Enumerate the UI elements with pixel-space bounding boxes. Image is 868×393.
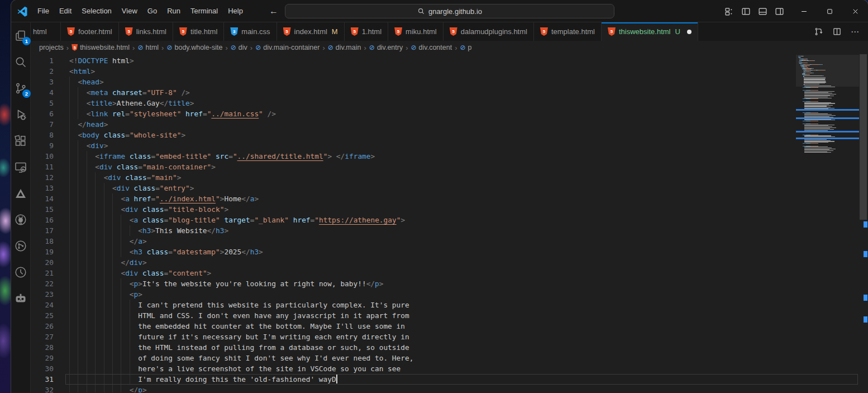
gutter (54, 98, 69, 108)
breadcrumb-symbol-div.main[interactable]: ⊘div.main (328, 44, 361, 51)
sidebar-item-extensions[interactable] (11, 131, 30, 150)
customize-layout-icon[interactable] (724, 7, 734, 16)
line-number: 17 (31, 225, 54, 236)
breadcrumb-symbol-body.whole-site[interactable]: ⊘body.whole-site (166, 44, 222, 51)
code-editor[interactable]: 1<!DOCTYPE html>2<html>3<head>4<meta cha… (31, 54, 868, 392)
code-text: <div class="title-block"> (69, 204, 228, 215)
toggle-primary-sidebar-icon[interactable] (741, 7, 751, 16)
breadcrumb-symbol-div.content[interactable]: ⊘div.content (411, 44, 452, 51)
overview-ruler-mark (864, 316, 867, 323)
code-text: <title>Athene.Gay</title> (69, 98, 194, 108)
line-number: 14 (31, 193, 54, 204)
indent-guide (121, 310, 129, 321)
indent-guide (78, 332, 86, 342)
scrollbar-thumb[interactable] (860, 54, 867, 220)
tab-html[interactable]: html (31, 22, 61, 41)
tab-links.html[interactable]: 5links.html (119, 22, 173, 41)
indent-guide (87, 289, 95, 300)
html-element-symbol-icon: ⊘ (328, 44, 333, 51)
indent-guide (130, 225, 138, 236)
line-number: 7 (31, 119, 54, 130)
gutter (54, 215, 69, 225)
indent-guide (78, 162, 86, 172)
menu-go[interactable]: Go (142, 4, 162, 17)
indent-guide (87, 257, 95, 268)
tab-thiswebsite.html[interactable]: 5thiswebsite.htmlU (602, 22, 698, 41)
line-number: 12 (31, 172, 54, 183)
menu-terminal[interactable]: Terminal (185, 4, 223, 17)
menu-file[interactable]: File (32, 4, 54, 17)
code-line: 13<div class="entry"> (31, 183, 868, 193)
menu-help[interactable]: Help (223, 4, 248, 17)
split-editor-icon[interactable] (832, 27, 842, 36)
breadcrumb-symbol-html[interactable]: ⊘html (137, 44, 159, 51)
indent-guide (69, 215, 78, 225)
tab-main.css[interactable]: 3main.css (224, 22, 276, 41)
gutter (54, 300, 69, 310)
indent-guide (69, 374, 78, 385)
html-element-symbol-icon: ⊘ (369, 44, 375, 51)
more-actions-icon[interactable]: ⋯ (851, 27, 860, 37)
sidebar-item-source-control[interactable]: 2 (11, 79, 30, 98)
sidebar-item-gitlens[interactable] (11, 263, 30, 282)
sidebar-item-search[interactable] (11, 53, 30, 72)
sidebar-item-run-and-debug[interactable] (11, 105, 30, 124)
menu-edit[interactable]: Edit (54, 4, 77, 17)
menu-run[interactable]: Run (162, 4, 185, 17)
gutter (54, 77, 69, 87)
tab-footer.html[interactable]: 5footer.html (61, 22, 119, 41)
breadcrumb-file[interactable]: 5thiswebsite.html (71, 44, 130, 51)
minimize-button[interactable] (791, 0, 817, 22)
tab-dalamudplugins.html[interactable]: 5dalamudplugins.html (443, 22, 534, 41)
open-changes-icon[interactable] (814, 27, 823, 36)
minimap-viewport[interactable] (796, 55, 859, 87)
vertical-scrollbar[interactable] (859, 54, 868, 392)
breadcrumb-symbol-div.main-container[interactable]: ⊘div.main-container (255, 44, 319, 51)
indent-guide (87, 300, 95, 310)
sidebar-item-remote-explorer[interactable] (11, 158, 30, 177)
sidebar-item-triangle-a-extension[interactable] (11, 184, 30, 203)
menu-view[interactable]: View (117, 4, 142, 17)
tab-miku.html[interactable]: 5miku.html (388, 22, 443, 41)
breadcrumb-symbol-div.entry[interactable]: ⊘div.entry (369, 44, 403, 51)
breadcrumb-symbol-p[interactable]: ⊘p (460, 44, 471, 51)
tab-1.html[interactable]: 51.html (345, 22, 388, 41)
maximize-button[interactable] (817, 0, 842, 22)
badge: 1 (22, 37, 31, 45)
toggle-panel-icon[interactable] (758, 7, 767, 16)
line-number: 2 (31, 66, 54, 77)
nav-back-icon[interactable]: ← (269, 6, 278, 16)
indent-guide (95, 300, 103, 310)
gutter (54, 183, 69, 193)
indent-guide (87, 321, 95, 332)
code-line: 16<a class="blog-title" target="_blank" … (31, 215, 868, 225)
text-cursor (336, 374, 337, 383)
code-text: <a class="blog-title" target="_blank" hr… (69, 215, 405, 225)
line-number: 29 (31, 353, 54, 363)
tab-index.html[interactable]: 5index.htmlM (277, 22, 345, 41)
indent-guide (78, 247, 86, 257)
command-center-search[interactable]: gnargle.github.io (285, 4, 614, 18)
gutter (54, 363, 69, 374)
tab-template.html[interactable]: 5template.html (534, 22, 602, 41)
toggle-secondary-sidebar-icon[interactable] (775, 7, 784, 16)
line-number: 30 (31, 363, 54, 374)
close-button[interactable] (842, 0, 868, 22)
sidebar-item-git-graph[interactable] (11, 236, 30, 255)
indent-guide (95, 353, 103, 363)
code-line: 28the HTML instead of pulling from a dat… (31, 342, 868, 353)
breadcrumb-symbol-div[interactable]: ⊘div (231, 44, 247, 51)
tab-title.html[interactable]: 5title.html (173, 22, 224, 41)
tab-label: main.css (241, 27, 270, 36)
breadcrumb-separator: › (161, 44, 164, 52)
sidebar-item-godot-tools[interactable] (11, 289, 30, 308)
indent-guide (95, 321, 103, 332)
minimap-highlight-line (796, 109, 859, 111)
sidebar-item-explorer[interactable]: 1 (11, 26, 30, 45)
indent-guide (78, 278, 86, 289)
minimap[interactable] (796, 54, 859, 392)
sidebar-item-github[interactable] (11, 210, 30, 229)
menu-selection[interactable]: Selection (77, 4, 116, 17)
breadcrumb-folder[interactable]: projects (39, 44, 64, 51)
code-text: <div class="entry"> (69, 183, 194, 193)
